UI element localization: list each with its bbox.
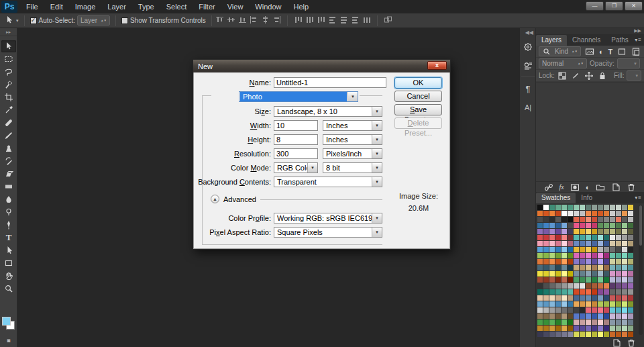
name-input[interactable]	[274, 77, 386, 88]
color-swatch[interactable]	[574, 247, 579, 252]
color-swatch[interactable]	[537, 259, 543, 264]
color-swatch[interactable]	[537, 301, 543, 307]
color-swatch[interactable]	[549, 326, 555, 331]
color-swatch[interactable]	[616, 205, 621, 210]
color-swatch[interactable]	[561, 283, 567, 289]
tab-swatches[interactable]: Swatches	[536, 193, 576, 203]
align-top-edges-icon[interactable]	[215, 15, 224, 26]
color-swatch[interactable]	[555, 247, 561, 252]
color-swatch[interactable]	[537, 277, 543, 283]
color-swatch[interactable]	[610, 283, 615, 289]
delete-swatch-icon[interactable]	[627, 338, 636, 347]
color-swatch[interactable]	[610, 205, 615, 210]
color-swatch[interactable]	[580, 217, 585, 222]
quick-mask-button[interactable]: ◙	[1, 334, 16, 346]
color-swatch[interactable]	[580, 319, 585, 325]
color-swatch[interactable]	[586, 295, 591, 301]
color-swatch[interactable]	[543, 289, 549, 295]
color-swatch[interactable]	[561, 295, 567, 301]
color-swatch[interactable]	[568, 289, 573, 295]
resolution-unit-dropdown[interactable]: Pixels/Inch ▼	[323, 148, 382, 159]
color-swatch[interactable]	[568, 259, 573, 264]
color-swatch[interactable]	[537, 211, 543, 216]
color-swatch[interactable]	[568, 205, 573, 210]
new-swatch-icon[interactable]	[612, 338, 621, 347]
color-swatch[interactable]	[555, 217, 561, 222]
tools-collapse-icon[interactable]: ▸▸	[0, 28, 17, 36]
color-swatch[interactable]	[561, 223, 567, 228]
pixel-aspect-ratio-dropdown[interactable]: Square Pixels ▼	[274, 227, 382, 238]
distribute-top-edges-icon[interactable]	[294, 15, 303, 26]
color-swatch[interactable]	[549, 223, 555, 228]
color-swatch[interactable]	[592, 295, 597, 301]
color-swatch[interactable]	[555, 313, 561, 319]
color-swatch[interactable]	[555, 229, 561, 234]
color-swatch[interactable]	[610, 211, 615, 216]
color-swatch[interactable]	[543, 211, 549, 216]
color-swatch[interactable]	[555, 319, 561, 325]
color-swatch[interactable]	[568, 326, 573, 331]
color-swatch[interactable]	[586, 217, 591, 222]
color-swatch[interactable]	[610, 289, 615, 295]
opacity-dropdown[interactable]: ▾	[617, 58, 640, 68]
color-swatch[interactable]	[604, 271, 609, 277]
tab-info[interactable]: Info	[576, 193, 598, 203]
color-swatch[interactable]	[561, 289, 567, 295]
color-swatch[interactable]	[604, 235, 609, 240]
color-swatch[interactable]	[610, 326, 615, 331]
color-swatch[interactable]	[604, 241, 609, 246]
color-swatch[interactable]	[628, 313, 633, 319]
dropdown-arrow-icon[interactable]: ▼	[372, 213, 382, 223]
color-swatch[interactable]	[549, 289, 555, 295]
color-swatch[interactable]	[610, 301, 615, 307]
color-swatch[interactable]	[628, 223, 633, 228]
color-swatch[interactable]	[592, 241, 597, 246]
color-swatch[interactable]	[616, 211, 621, 216]
color-swatch[interactable]	[622, 295, 627, 301]
color-swatch[interactable]	[561, 326, 567, 331]
color-swatch[interactable]	[604, 326, 609, 331]
minimize-button[interactable]: —	[586, 1, 604, 11]
color-swatch[interactable]	[555, 235, 561, 240]
color-swatch[interactable]	[598, 307, 603, 313]
color-swatch[interactable]	[549, 229, 555, 234]
color-swatch[interactable]	[549, 295, 555, 301]
color-swatch[interactable]	[555, 223, 561, 228]
height-unit-dropdown[interactable]: Inches ▼	[323, 134, 382, 145]
fill-dropdown[interactable]: ▾	[627, 70, 641, 81]
color-swatch[interactable]	[604, 253, 609, 258]
color-swatch[interactable]	[616, 295, 621, 301]
color-swatch[interactable]	[580, 265, 585, 270]
color-swatch[interactable]	[604, 332, 609, 337]
history-brush-tool[interactable]	[1, 155, 16, 167]
color-swatch[interactable]	[574, 277, 579, 283]
new-adjustment-layer-icon[interactable]: ◐	[586, 183, 590, 191]
color-swatch[interactable]	[598, 277, 603, 283]
color-swatch[interactable]	[555, 253, 561, 258]
color-swatch[interactable]	[561, 229, 567, 234]
color-swatch[interactable]	[568, 307, 573, 313]
color-swatch[interactable]	[622, 241, 627, 246]
color-swatch[interactable]	[580, 277, 585, 283]
color-swatch[interactable]	[537, 319, 543, 325]
color-swatch[interactable]	[622, 283, 627, 289]
color-swatch[interactable]	[580, 271, 585, 277]
color-swatch[interactable]	[574, 326, 579, 331]
size-dropdown[interactable]: Landscape, 8 x 10 ▼	[274, 106, 382, 117]
color-swatch[interactable]	[549, 217, 555, 222]
color-swatch[interactable]	[628, 265, 633, 270]
color-swatch[interactable]	[561, 313, 567, 319]
foreground-color-swatch[interactable]	[2, 317, 11, 326]
color-swatch[interactable]	[622, 205, 627, 210]
color-swatch[interactable]	[555, 241, 561, 246]
color-swatch[interactable]	[604, 265, 609, 270]
color-swatch[interactable]	[616, 307, 621, 313]
color-swatch[interactable]	[555, 326, 561, 331]
color-swatch[interactable]	[610, 313, 615, 319]
color-swatch[interactable]	[592, 247, 597, 252]
blend-mode-dropdown[interactable]: Normal ▲▼	[539, 58, 587, 68]
color-swatch[interactable]	[568, 223, 573, 228]
color-swatch[interactable]	[537, 289, 543, 295]
color-swatch[interactable]	[574, 289, 579, 295]
color-swatch[interactable]	[628, 332, 633, 337]
